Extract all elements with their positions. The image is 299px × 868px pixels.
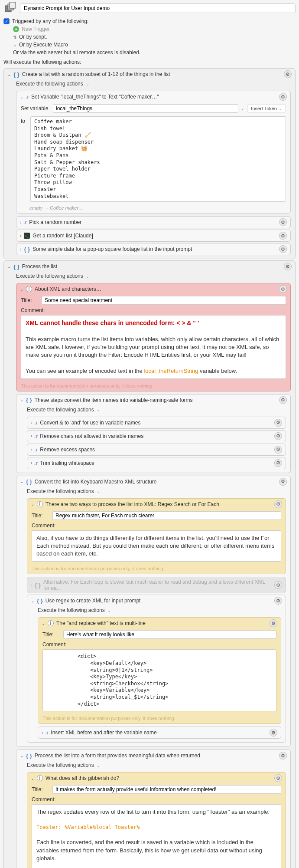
action-group-create-list: ⌄ { } Create a list with a random subset… (3, 68, 296, 259)
chevron-down-icon[interactable]: ⌄ (97, 407, 100, 412)
info-icon: i (48, 620, 54, 626)
gear-icon[interactable]: ⚙ (284, 70, 292, 78)
chevron-right-icon[interactable]: › (20, 220, 21, 225)
pick-random-action: › 𝑥 Pick a random number ⚙ (16, 216, 291, 228)
chevron-down-icon[interactable]: ⌄ (97, 489, 100, 493)
variable-icon: 𝑥 (46, 729, 48, 736)
variable-icon: 𝑥 (35, 419, 37, 426)
gear-icon[interactable]: ⚙ (274, 419, 282, 427)
variable-name-input[interactable] (53, 104, 238, 113)
braces-icon: { } (13, 263, 20, 270)
gear-icon[interactable]: ⚙ (284, 263, 292, 270)
process-form-group: ⌄ { } Process the list into a form that … (16, 750, 291, 868)
execute-label: Will execute the following actions: (0, 57, 299, 67)
braces-icon: { } (26, 397, 32, 403)
info-icon: i (37, 775, 43, 781)
insert-xml-action: › 𝑥 Insert XML before and after the vari… (38, 727, 281, 739)
convert-and-action: › 𝑥 Convert & to 'and' for use in variab… (27, 417, 286, 429)
chevron-down-icon[interactable]: ⌄ (86, 274, 89, 279)
group2-title: Process the list (22, 263, 281, 270)
gear-icon[interactable]: ⚙ (274, 459, 282, 467)
gear-icon[interactable]: ⚙ (279, 752, 287, 760)
empty-hint: empty → Coffee maker… (16, 204, 290, 213)
gear-icon[interactable]: ⚙ (270, 729, 277, 736)
comment-code[interactable]: <dict> <key>Default</key> <string>0|1</s… (42, 649, 276, 711)
chevron-down-icon[interactable]: ⌄ (7, 72, 11, 77)
gear-icon[interactable]: ⚙ (274, 581, 282, 589)
braces-icon: { } (37, 598, 43, 604)
comment-title-input[interactable] (42, 296, 286, 305)
variable-icon: 𝑥 (35, 433, 37, 440)
chevron-right-icon[interactable]: › (20, 247, 21, 252)
chevron-right-icon[interactable]: › (20, 233, 21, 238)
comment-title-input[interactable] (63, 630, 276, 639)
new-trigger-label[interactable]: New Trigger (22, 26, 50, 32)
remove-spaces-action: › 𝑥 Remove excess spaces ⚙ (27, 444, 286, 456)
chevron-down-icon[interactable]: ⌄ (20, 479, 23, 484)
web-server-label: Or via the web server but all remote acc… (13, 49, 140, 56)
macro-title-input[interactable] (20, 3, 296, 13)
info-icon: i (37, 501, 43, 507)
gear-icon[interactable]: ⚙ (274, 500, 282, 508)
insert-token-button[interactable]: Insert Token ⌄ (247, 105, 286, 112)
braces-icon: { } (35, 582, 41, 589)
by-script-label: Or by script. (19, 34, 47, 40)
trigger-heading: Triggered by any of the following: (12, 18, 88, 24)
chevron-down-icon[interactable]: ⌄ (20, 95, 23, 99)
gear-icon[interactable]: ⚙ (279, 396, 287, 404)
variable-icon: 𝑥 (35, 446, 37, 453)
gear-icon[interactable]: ⚙ (279, 245, 287, 253)
terminal-icon: >_ (24, 233, 30, 239)
gear-icon[interactable]: ⚙ (279, 285, 287, 293)
steps-convert-group: ⌄ { } These steps convert the item names… (16, 394, 291, 473)
gear-icon[interactable]: ⚙ (274, 774, 282, 782)
gear-icon[interactable]: ⚙ (274, 432, 282, 440)
chevron-down-icon[interactable]: ⌄ (86, 82, 89, 86)
variable-icon: 𝑥 (35, 460, 37, 467)
info-icon: i (26, 286, 32, 292)
gear-icon[interactable]: ⚙ (270, 619, 277, 627)
comment-body[interactable]: The regex updates every row of the list … (32, 804, 281, 868)
chevron-down-icon[interactable]: ⌄ (7, 264, 11, 269)
comment-title-input[interactable] (52, 511, 281, 520)
chevron-down-icon[interactable]: ⌄ (20, 398, 23, 402)
braces-icon: { } (26, 753, 32, 759)
set-variable-label: Set variable (21, 105, 50, 112)
by-macro-label: Or by Execute Macro (19, 42, 68, 48)
setvar-title: Set Variable "local_theThings" to Text "… (31, 94, 276, 100)
enabled-checkbox[interactable]: ✓ (3, 18, 10, 24)
two-ways-comment: ⌄ i There are two ways to process the li… (27, 498, 286, 575)
action-group-process-list: ⌄ { } Process the list ⚙ Execute the fol… (3, 260, 296, 868)
gear-icon[interactable]: ⚙ (279, 478, 287, 486)
gear-icon[interactable]: ⚙ (274, 446, 282, 454)
braces-icon: { } (24, 246, 30, 253)
multiline-comment: ⌄ i The "and replace with" text is multi… (38, 617, 281, 724)
gibberish-comment: ⌄ i What does all this gibberish do? ⚙ T… (27, 772, 286, 868)
svg-rect-2 (10, 2, 16, 8)
dropdown-caret-icon[interactable]: ⌄ (241, 106, 244, 111)
chevron-down-icon[interactable]: ⌄ (20, 287, 23, 292)
exec-label: Execute the following actions (16, 273, 83, 279)
gear-icon[interactable]: ⚙ (279, 218, 287, 226)
variable-icon: 𝑥 (24, 219, 26, 226)
gear-icon[interactable]: ⚙ (279, 93, 287, 101)
variable-value-textarea[interactable]: Coffee maker Dish towel Broom & Dustpan … (30, 116, 286, 202)
group1-title: Create a list with a random subset of 1-… (22, 71, 281, 77)
add-trigger-icon[interactable]: + (13, 26, 19, 32)
comment-body[interactable]: Also, if you have to do things different… (32, 530, 281, 562)
exec-label: Execute the following actions (16, 81, 83, 87)
app-icon (3, 1, 17, 15)
braces-icon: { } (13, 71, 20, 78)
braces-icon: { } (26, 478, 32, 485)
gear-icon[interactable]: ⚙ (274, 597, 282, 605)
set-variable-action: ⌄ 𝑥 Set Variable "local_theThings" to Te… (16, 91, 291, 214)
use-regex-group: ⌄ { } Use regex to create XML for input … (27, 595, 286, 743)
sort-icon: ⇅ (13, 35, 16, 39)
comment-title-input[interactable] (52, 785, 281, 794)
comment-body[interactable]: XML cannot handle these chars in unencod… (21, 315, 286, 379)
xml-note-comment: ⌄ i About XML and characters… ⚙ Title: C… (16, 283, 291, 391)
gear-icon[interactable]: ⚙ (279, 232, 287, 240)
trim-whitespace-action: › 𝑥 Trim trailing whitespace ⚙ (27, 457, 286, 469)
chevron-down-icon[interactable]: ⌄ (13, 43, 16, 47)
simple-data-action: › { } Some simple data for a pop-up squa… (16, 243, 291, 255)
